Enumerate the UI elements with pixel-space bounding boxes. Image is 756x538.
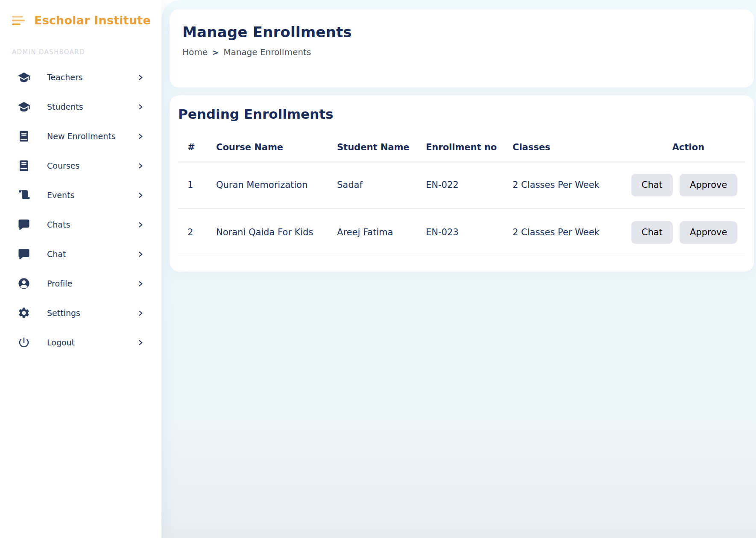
sidebar: Escholar Institute ADMIN DASHBOARD Teach…	[0, 0, 161, 538]
sidebar-item-profile[interactable]: Profile	[12, 274, 144, 293]
chevron-right-icon	[138, 103, 144, 110]
sidebar-item-courses[interactable]: Courses	[12, 156, 144, 175]
sidebar-item-label: Chats	[47, 220, 138, 229]
course-name-cell: Quran Memorization	[207, 180, 328, 190]
sidebar-nav: Teachers Students New Enrollments Course…	[12, 68, 161, 352]
sidebar-item-label: Chat	[47, 249, 138, 259]
breadcrumb-current: Manage Enrollments	[223, 47, 311, 57]
card-title: Pending Enrollments	[178, 105, 745, 123]
student-name-cell: Sadaf	[328, 180, 416, 190]
sidebar-item-students[interactable]: Students	[12, 97, 144, 116]
sidebar-item-chats[interactable]: Chats	[12, 215, 144, 234]
sidebar-item-label: Settings	[47, 308, 138, 318]
scroll-icon	[17, 188, 31, 202]
sidebar-item-chat[interactable]: Chat	[12, 245, 144, 263]
gear-icon	[17, 306, 31, 320]
table-row: 1 Quran Memorization Sadaf EN-022 2 Clas…	[178, 161, 745, 209]
main-content: Manage Enrollments Home > Manage Enrollm…	[161, 0, 756, 538]
enrollment-no-cell: EN-022	[416, 180, 503, 190]
sidebar-item-label: Teachers	[47, 73, 138, 82]
breadcrumb-separator-icon: >	[212, 48, 219, 57]
power-icon	[17, 336, 31, 349]
approve-button[interactable]: Approve	[680, 174, 737, 196]
chat-bubble-icon	[17, 218, 31, 231]
graduation-cap-icon	[17, 100, 31, 114]
sidebar-item-teachers[interactable]: Teachers	[12, 68, 144, 87]
graduation-cap-icon	[17, 70, 31, 84]
course-name-cell: Norani Qaida For Kids	[207, 227, 328, 237]
app-root: Escholar Institute ADMIN DASHBOARD Teach…	[0, 0, 756, 538]
chevron-right-icon	[138, 339, 144, 346]
page-title: Manage Enrollments	[182, 23, 741, 41]
book-icon	[17, 159, 31, 173]
page-header-card: Manage Enrollments Home > Manage Enrollm…	[170, 9, 754, 88]
table-header-row: # Course Name Student Name Enrollment no…	[178, 123, 745, 161]
chevron-right-icon	[138, 162, 144, 169]
sidebar-item-label: Events	[47, 190, 138, 200]
hamburger-menu-icon[interactable]	[12, 14, 25, 27]
chevron-right-icon	[138, 221, 144, 228]
pending-enrollments-card: Pending Enrollments # Course Name Studen…	[170, 95, 754, 272]
sidebar-item-label: Students	[47, 102, 138, 111]
row-number: 2	[178, 227, 207, 237]
sidebar-section-label: ADMIN DASHBOARD	[12, 48, 161, 56]
sidebar-item-label: New Enrollments	[47, 132, 138, 141]
table-row: 2 Norani Qaida For Kids Areej Fatima EN-…	[178, 209, 745, 256]
sidebar-item-events[interactable]: Events	[12, 186, 144, 205]
actions-cell: Chat Approve	[631, 221, 753, 244]
student-name-cell: Areej Fatima	[328, 227, 416, 237]
breadcrumb: Home > Manage Enrollments	[182, 47, 741, 57]
column-header-student-name: Student Name	[328, 123, 416, 161]
sidebar-item-label: Courses	[47, 161, 138, 170]
breadcrumb-home-link[interactable]: Home	[182, 47, 208, 57]
chevron-right-icon	[138, 280, 144, 287]
sidebar-item-settings[interactable]: Settings	[12, 304, 144, 322]
sidebar-item-label: Logout	[47, 338, 138, 347]
chat-button[interactable]: Chat	[631, 221, 673, 244]
chat-bubble-icon	[17, 247, 31, 261]
column-header-enrollment-no: Enrollment no	[416, 123, 503, 161]
actions-cell: Chat Approve	[631, 174, 753, 196]
approve-button[interactable]: Approve	[680, 221, 737, 244]
brand: Escholar Institute	[12, 14, 161, 27]
chevron-right-icon	[138, 74, 144, 81]
book-icon	[17, 129, 31, 143]
column-header-action: Action	[631, 123, 745, 161]
chevron-right-icon	[138, 251, 144, 257]
column-header-number: #	[178, 123, 207, 161]
column-header-course-name: Course Name	[207, 123, 328, 161]
chevron-right-icon	[138, 133, 144, 140]
user-circle-icon	[17, 277, 31, 290]
sidebar-item-logout[interactable]: Logout	[12, 333, 144, 352]
column-header-classes: Classes	[503, 123, 631, 161]
sidebar-item-label: Profile	[47, 279, 138, 288]
chat-button[interactable]: Chat	[631, 174, 673, 196]
brand-name: Escholar Institute	[34, 14, 151, 27]
sidebar-item-new-enrollments[interactable]: New Enrollments	[12, 127, 144, 146]
enrollments-table: # Course Name Student Name Enrollment no…	[178, 123, 745, 256]
row-number: 1	[178, 180, 207, 190]
classes-cell: 2 Classes Per Week	[503, 180, 631, 190]
chevron-right-icon	[138, 310, 144, 316]
chevron-right-icon	[138, 192, 144, 199]
classes-cell: 2 Classes Per Week	[503, 227, 631, 237]
enrollment-no-cell: EN-023	[416, 227, 503, 237]
